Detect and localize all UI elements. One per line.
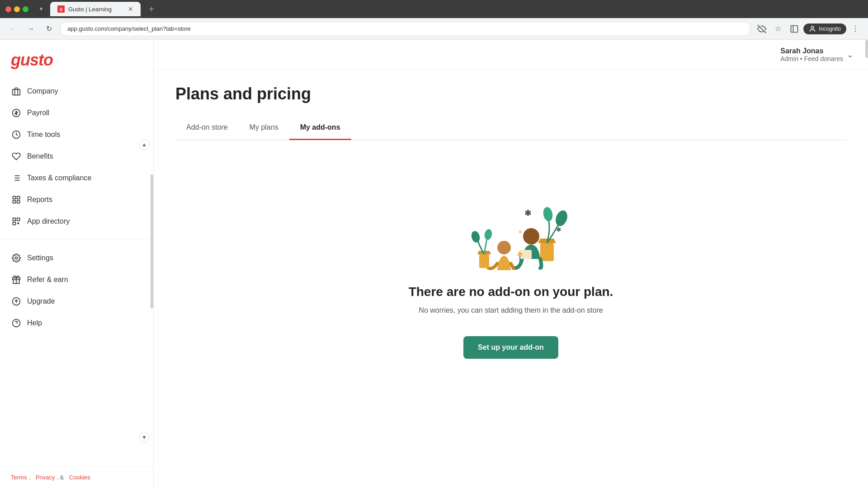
sidebar-item-help-label: Help (27, 319, 42, 327)
sidebar-item-settings[interactable]: Settings (0, 247, 153, 269)
main-scrollthumb (865, 40, 868, 58)
arrow-up-icon (11, 296, 22, 307)
user-info[interactable]: Sarah Jonas Admin • Feed donares ⌄ (780, 47, 854, 62)
minimize-window-button[interactable] (14, 6, 20, 12)
footer-links: Terms , Privacy , & Cookies (11, 474, 142, 481)
svg-rect-27 (540, 243, 554, 261)
dollar-icon (11, 108, 22, 118)
setup-addon-button[interactable]: Set up your add-on (463, 336, 558, 359)
tab-title: Gusto | Learning (68, 6, 112, 13)
svg-rect-1 (791, 25, 798, 32)
incognito-button[interactable]: Incognito (803, 23, 846, 34)
user-name: Sarah Jonas (780, 47, 843, 55)
toolbar-actions: ☆ Incognito ⋮ (755, 22, 863, 36)
sidebar-item-timetools[interactable]: Time tools (0, 124, 153, 145)
sidebar-item-benefits-label: Benefits (27, 152, 53, 160)
svg-rect-17 (13, 218, 16, 221)
active-tab[interactable]: g Gusto | Learning ✕ (50, 2, 141, 16)
chevron-down-icon: ⌄ (847, 50, 854, 60)
sidebar-nav: Company Payroll Time too (0, 77, 153, 466)
sidebar-footer: Terms , Privacy , & Cookies (0, 466, 153, 488)
gear-icon (11, 253, 22, 263)
page-title: Plans and pricing (175, 84, 846, 103)
svg-point-28 (554, 209, 570, 228)
footer-space2 (66, 474, 67, 481)
svg-point-33 (523, 228, 539, 244)
sidebar-item-reports[interactable]: Reports (0, 189, 153, 211)
empty-state-illustration: ✱ ✱ ⚘ (452, 180, 570, 270)
sidebar-item-refer[interactable]: Refer & earn (0, 269, 153, 291)
tab-bar: g Gusto | Learning ✕ (50, 2, 141, 16)
svg-rect-18 (17, 218, 20, 221)
svg-point-38 (484, 229, 493, 240)
svg-point-29 (542, 206, 553, 222)
new-tab-button[interactable]: + (144, 2, 159, 16)
grid-plus-icon (11, 216, 22, 227)
sidebar-scroll-down-button[interactable]: ▼ (139, 432, 150, 443)
tab-my-plans[interactable]: My plans (239, 118, 289, 140)
sidebar-item-payroll[interactable]: Payroll (0, 102, 153, 124)
user-role: Admin • Feed donares (780, 55, 843, 62)
footer-sep1: , (28, 474, 30, 481)
sidebar-item-company-label: Company (27, 87, 58, 95)
sidebar-item-company[interactable]: Company (0, 80, 153, 102)
grid-icon (11, 194, 22, 205)
sidebar-item-settings-label: Settings (27, 254, 53, 262)
gift-icon (11, 274, 22, 285)
forward-button[interactable]: → (24, 22, 38, 36)
tab-close-button[interactable]: ✕ (128, 5, 133, 13)
sidebar-item-timetools-label: Time tools (27, 131, 60, 139)
svg-rect-13 (13, 197, 16, 199)
clock-icon (11, 129, 22, 140)
privacy-link[interactable]: Privacy (36, 474, 55, 481)
window-controls (5, 6, 28, 12)
svg-text:✱: ✱ (556, 226, 561, 233)
sidebar-item-upgrade-label: Upgrade (27, 297, 55, 305)
eye-off-icon[interactable] (755, 22, 769, 36)
close-window-button[interactable] (5, 6, 11, 12)
footer-space1 (32, 474, 34, 481)
help-icon (11, 318, 22, 328)
svg-point-35 (497, 241, 511, 254)
tab-addon-store[interactable]: Add-on store (175, 118, 239, 140)
maximize-window-button[interactable] (23, 6, 28, 12)
back-button[interactable]: ← (5, 22, 20, 36)
terms-link[interactable]: Terms (11, 474, 27, 481)
app-layout: gusto ▲ Company (0, 40, 868, 488)
svg-rect-14 (17, 197, 20, 199)
browser-chrome: ▼ g Gusto | Learning ✕ + ← → ↻ app.gusto… (0, 0, 868, 40)
reload-button[interactable]: ↻ (42, 22, 56, 36)
svg-rect-4 (13, 89, 20, 95)
gusto-logo: gusto (11, 51, 142, 70)
url-text: app.gusto.com/company/select_plan?tab=st… (67, 25, 191, 32)
address-bar[interactable]: app.gusto.com/company/select_plan?tab=st… (60, 22, 751, 36)
sidebar-item-appdirectory[interactable]: App directory (0, 211, 153, 232)
sidebar-item-taxes-label: Taxes & compliance (27, 174, 91, 182)
footer-sep2: , & (57, 474, 64, 481)
empty-state-subtitle: No worries, you can start adding them in… (419, 306, 603, 314)
tab-my-addons[interactable]: My add-ons (289, 118, 351, 140)
sidebar-scrollthumb (151, 174, 153, 309)
sidebar-item-taxes[interactable]: Taxes & compliance (0, 167, 153, 189)
tabs: Add-on store My plans My add-ons (175, 118, 846, 140)
tab-list-button[interactable]: ▼ (36, 4, 47, 14)
sidebar-toggle-icon[interactable] (787, 22, 802, 36)
svg-point-20 (15, 257, 18, 259)
cookies-link[interactable]: Cookies (69, 474, 90, 481)
svg-rect-19 (13, 222, 16, 225)
user-details: Sarah Jonas Admin • Feed donares (780, 47, 843, 62)
sidebar-scroll-up-button[interactable]: ▲ (139, 139, 150, 150)
sidebar-item-benefits[interactable]: Benefits (0, 145, 153, 167)
browser-titlebar: ▼ g Gusto | Learning ✕ + (0, 0, 868, 18)
svg-rect-16 (17, 201, 20, 203)
more-options-button[interactable]: ⋮ (848, 22, 863, 36)
svg-point-3 (811, 26, 814, 28)
sidebar-item-help[interactable]: Help (0, 312, 153, 334)
svg-point-37 (470, 230, 481, 244)
top-bar: Sarah Jonas Admin • Feed donares ⌄ (154, 40, 868, 70)
svg-text:✱: ✱ (524, 209, 531, 218)
star-icon[interactable]: ☆ (771, 22, 785, 36)
sidebar-item-reports-label: Reports (27, 196, 52, 204)
main-content: Sarah Jonas Admin • Feed donares ⌄ Plans… (154, 40, 868, 488)
sidebar-item-upgrade[interactable]: Upgrade (0, 291, 153, 312)
